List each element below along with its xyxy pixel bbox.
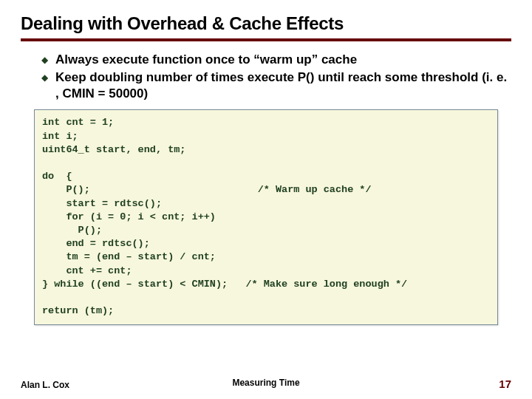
page-number: 17 <box>499 378 511 390</box>
slide: Dealing with Overhead & Cache Effects ◆ … <box>0 0 532 399</box>
slide-footer: Alan L. Cox Measuring Time 17 <box>21 378 511 390</box>
slide-title: Dealing with Overhead & Cache Effects <box>21 13 511 34</box>
bullet-item: ◆ Always execute function once to “warm … <box>41 52 511 68</box>
bullet-text: Always execute function once to “warm up… <box>55 52 357 68</box>
footer-topic: Measuring Time <box>232 378 299 388</box>
bullet-text: Keep doubling number of times execute P(… <box>55 69 511 102</box>
diamond-icon: ◆ <box>41 72 48 83</box>
code-block: int cnt = 1; int i; uint64_t start, end,… <box>34 109 498 324</box>
bullet-item: ◆ Keep doubling number of times execute … <box>41 69 511 102</box>
diamond-icon: ◆ <box>41 55 48 65</box>
footer-author: Alan L. Cox <box>21 380 69 390</box>
bullet-list: ◆ Always execute function once to “warm … <box>41 52 511 102</box>
title-underline <box>21 38 511 41</box>
